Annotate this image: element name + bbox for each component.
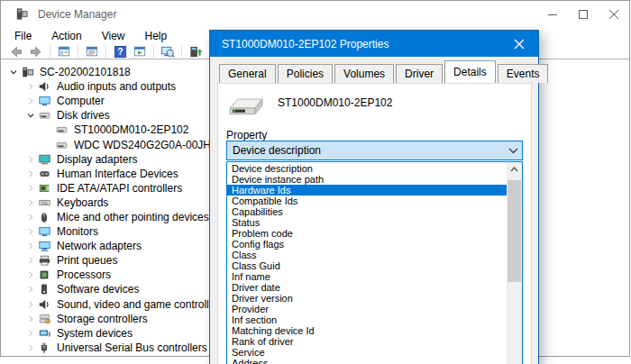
dropdown-option[interactable]: Driver date xyxy=(227,282,507,293)
window-title: Device Manager xyxy=(38,8,116,21)
toolbar-divider xyxy=(78,45,78,58)
mouse-icon xyxy=(38,211,54,223)
dropdown-option[interactable]: Compatible Ids xyxy=(227,196,507,206)
chevron-collapsed-icon[interactable] xyxy=(23,254,38,267)
network-icon xyxy=(38,240,54,252)
menu-action[interactable]: Action xyxy=(41,28,91,44)
dialog-title: ST1000DM010-2EP102 Properties xyxy=(222,38,389,50)
tree-indent xyxy=(1,115,23,116)
speaker-icon xyxy=(38,298,54,311)
svg-text:?: ? xyxy=(117,47,123,57)
chevron-expanded-icon[interactable] xyxy=(6,66,21,78)
back-arrow-icon[interactable] xyxy=(9,44,23,59)
processor-icon xyxy=(38,268,54,281)
dropdown-scrollbar[interactable] xyxy=(507,162,522,364)
dropdown-option[interactable]: Class xyxy=(227,250,507,260)
dropdown-option[interactable]: Class Guid xyxy=(227,260,507,271)
menu-view[interactable]: View xyxy=(92,28,135,44)
tree-item-label: Network adapters xyxy=(57,240,142,252)
chevron-collapsed-icon[interactable] xyxy=(23,80,38,93)
dropdown-option[interactable]: Capabilities xyxy=(227,206,507,217)
tree-indent xyxy=(1,202,23,203)
tab-events[interactable]: Events xyxy=(498,64,549,83)
hard-drive-icon xyxy=(227,93,265,118)
titlebar: Device Manager xyxy=(1,1,629,28)
monitor-icon xyxy=(38,95,54,107)
combobox-value: Device description xyxy=(233,144,504,157)
chevron-collapsed-icon[interactable] xyxy=(23,327,38,340)
dropdown-option[interactable]: Driver version xyxy=(227,293,507,304)
scroll-up-icon[interactable] xyxy=(507,162,522,176)
screen: Device Manager FileActionViewHelp ? SC-2… xyxy=(0,0,631,364)
chevron-collapsed-icon[interactable] xyxy=(23,225,38,238)
dropdown-option[interactable]: Matching device Id xyxy=(227,325,507,336)
tree-indent xyxy=(1,173,23,174)
speaker-icon xyxy=(38,80,54,93)
tree-indent xyxy=(1,275,23,276)
dropdown-option[interactable]: Service xyxy=(227,347,507,358)
tree-chevron-none xyxy=(41,123,55,136)
tree-item-label: SC-202002101818 xyxy=(40,66,131,78)
chevron-collapsed-icon[interactable] xyxy=(23,95,38,107)
toolbar-divider xyxy=(105,45,106,58)
forward-arrow-icon[interactable] xyxy=(29,44,43,59)
maximize-button[interactable] xyxy=(568,1,599,28)
chevron-collapsed-icon[interactable] xyxy=(23,196,38,209)
menu-help[interactable]: Help xyxy=(135,28,178,44)
chevron-collapsed-icon[interactable] xyxy=(23,182,38,195)
display-adapter-icon xyxy=(38,153,54,166)
tree-indent xyxy=(1,159,23,159)
dialog-close-button[interactable] xyxy=(500,31,538,57)
dropdown-option[interactable]: Hardware Ids xyxy=(227,185,507,196)
tab-volumes[interactable]: Volumes xyxy=(334,64,394,83)
tree-item-label: Monitors xyxy=(57,225,98,238)
dropdown-option[interactable]: Device instance path xyxy=(227,174,507,185)
ide-icon xyxy=(38,182,54,195)
tab-details[interactable]: Details xyxy=(444,60,496,83)
tree-item-label: WDC WDS240G2G0A-00JH30 xyxy=(74,139,223,151)
dropdown-option[interactable]: Address xyxy=(227,358,507,364)
minimize-button[interactable] xyxy=(537,1,568,28)
tab-general[interactable]: General xyxy=(219,64,276,83)
chevron-down-icon[interactable] xyxy=(504,141,522,159)
tree-indent xyxy=(1,232,23,232)
dropdown-option[interactable]: Provider xyxy=(227,304,507,314)
dropdown-option[interactable]: Device description xyxy=(227,163,507,174)
chevron-collapsed-icon[interactable] xyxy=(23,240,38,252)
toolbar-divider xyxy=(153,45,154,58)
close-button[interactable] xyxy=(599,1,629,28)
tab-policies[interactable]: Policies xyxy=(278,64,333,83)
tab-driver[interactable]: Driver xyxy=(396,64,443,83)
dropdown-option[interactable]: Config flags xyxy=(227,239,507,250)
tree-indent xyxy=(1,318,23,319)
tree-item-label: Disk drives xyxy=(57,109,110,122)
tree-indent xyxy=(1,289,23,290)
property-combobox[interactable]: Device description xyxy=(226,141,523,160)
chevron-collapsed-icon[interactable] xyxy=(23,341,38,354)
dropdown-option[interactable]: Inf name xyxy=(227,271,507,282)
tree-item-label: Human Interface Devices xyxy=(57,168,178,180)
help-icon[interactable]: ? xyxy=(113,44,127,59)
window-run-icon[interactable] xyxy=(133,44,147,59)
dropdown-option[interactable]: Rank of driver xyxy=(227,336,507,347)
dropdown-option[interactable]: Problem code xyxy=(227,228,507,239)
system-icon xyxy=(38,327,54,340)
chevron-collapsed-icon[interactable] xyxy=(23,268,38,281)
chevron-collapsed-icon[interactable] xyxy=(23,298,38,311)
usb-icon xyxy=(38,341,54,354)
chevron-collapsed-icon[interactable] xyxy=(23,211,38,223)
chevron-collapsed-icon[interactable] xyxy=(23,168,38,180)
update-driver-icon[interactable] xyxy=(188,44,203,59)
chevron-collapsed-icon[interactable] xyxy=(23,283,38,296)
chevron-expanded-icon[interactable] xyxy=(23,109,38,122)
properties-window-icon[interactable] xyxy=(85,44,99,59)
dropdown-option[interactable]: Status xyxy=(227,217,507,228)
dropdown-option[interactable]: Inf section xyxy=(227,314,507,325)
chevron-collapsed-icon[interactable] xyxy=(23,153,38,166)
scan-hardware-icon[interactable] xyxy=(160,44,175,59)
scrollbar-thumb[interactable] xyxy=(508,180,521,282)
chevron-collapsed-icon[interactable] xyxy=(23,313,38,325)
menu-file[interactable]: File xyxy=(5,28,41,44)
console-window-icon[interactable] xyxy=(57,44,71,59)
tree-indent xyxy=(1,86,23,87)
